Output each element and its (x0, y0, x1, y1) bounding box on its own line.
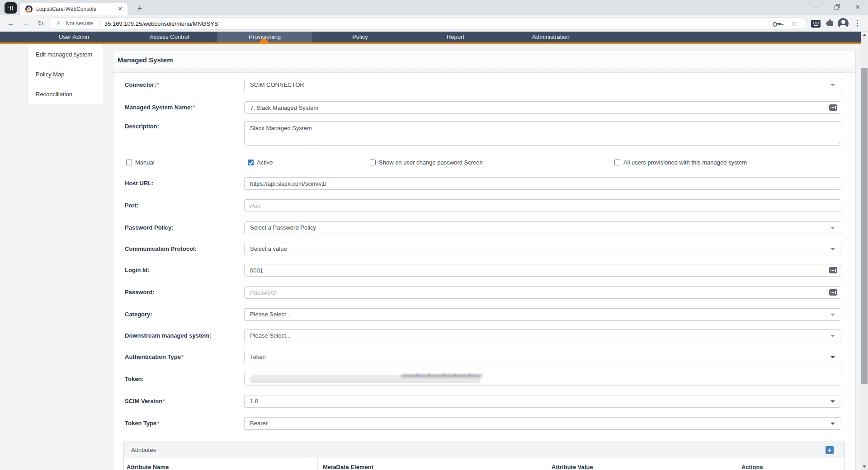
field-row-connector: Connector:* SCIM CONNECTOR (113, 79, 855, 91)
category-dropdown[interactable]: Please Select... (244, 308, 841, 321)
keyboard-input-icon[interactable] (829, 289, 837, 296)
attributes-header-bar: Attributes + (124, 442, 844, 458)
manual-checkbox[interactable] (126, 160, 132, 165)
sidebar-item-policy-map[interactable]: Policy Map (36, 70, 101, 79)
browser-window: ·)) LogistiCare-WebConsole ✕ + – × ← → ↻… (0, 0, 868, 470)
field-row-description: Description: Slack Managed System (113, 121, 855, 146)
column-attribute-name: Attribute Name (127, 464, 169, 470)
nav-item-report[interactable]: Report (408, 32, 503, 42)
security-label[interactable]: Not secure (66, 18, 93, 30)
keyboard-input-icon[interactable] (829, 267, 837, 273)
chevron-down-icon (830, 335, 835, 337)
new-tab-button[interactable]: + (134, 3, 146, 15)
communication-protocol-dropdown[interactable]: Select a value (244, 243, 841, 255)
add-attribute-button[interactable]: + (826, 446, 834, 454)
page-scrollbar[interactable] (861, 32, 868, 470)
attributes-section: Attributes + Attribute Name MetaData Ele… (123, 442, 845, 470)
field-row-port: Port: (113, 199, 855, 212)
logisticare-favicon-icon (25, 5, 33, 13)
field-row-password-policy: Password Policy: Select a Password Polic… (113, 221, 855, 234)
managed-system-name-input[interactable] (244, 101, 841, 114)
password-key-icon[interactable] (773, 22, 782, 26)
connector-label: Connector: (125, 81, 156, 88)
scrollbar-thumb[interactable] (861, 68, 868, 384)
login-id-label: Login Id: (125, 267, 150, 273)
attributes-title: Attributes (131, 442, 156, 458)
bookmark-star-icon[interactable]: ☆ (791, 18, 797, 30)
app-nav-bar: User Admin Access Control Provisioning P… (0, 32, 868, 44)
active-nav-arrow-icon (259, 38, 269, 42)
host-url-input[interactable] (244, 177, 841, 190)
nav-item-access-control[interactable]: Access Control (122, 32, 217, 42)
page-title: Managed System (118, 51, 173, 69)
redaction-specks (417, 374, 480, 376)
attributes-table-header: Attribute Name MetaData Element Attribut… (124, 458, 844, 470)
divider (99, 20, 99, 27)
column-divider (317, 458, 318, 470)
forward-icon: → (21, 18, 32, 29)
port-input[interactable] (244, 199, 841, 212)
back-icon[interactable]: ← (5, 18, 16, 29)
password-policy-dropdown[interactable]: Select a Password Policy (244, 221, 841, 234)
login-id-input[interactable] (244, 264, 841, 277)
address-bar[interactable]: ⚠ Not secure 35.169.109.25/webconsole/me… (48, 17, 807, 30)
close-button[interactable]: × (847, 0, 868, 15)
field-row-scim-version: SCIM Version* 1.0 (113, 395, 855, 408)
show-password-screen-label: Show on user change password Screen (379, 160, 483, 166)
browser-tab[interactable]: LogistiCare-WebConsole ✕ (20, 3, 127, 15)
field-row-password: Password: (113, 286, 855, 299)
field-row-token-type: Token Type* Bearer (113, 417, 855, 430)
downstream-label: Downstream managed system: (125, 332, 211, 339)
restore-button[interactable] (826, 0, 847, 15)
field-row-managed-system-name: Managed System Name:* (113, 101, 855, 114)
restore-icon (835, 5, 839, 9)
token-label: Token: (125, 376, 144, 382)
category-label: Category: (125, 311, 152, 318)
authentication-type-select[interactable]: Token (244, 351, 841, 363)
profile-avatar[interactable] (838, 18, 849, 29)
all-users-label: All users provisioned with this managed … (623, 160, 747, 166)
redacted-token-value (250, 375, 481, 383)
required-mark: * (163, 398, 165, 404)
password-input[interactable] (244, 286, 841, 299)
keyboard-input-icon[interactable] (829, 104, 837, 111)
browser-menu-icon[interactable] (856, 19, 858, 28)
description-textarea[interactable]: Slack Managed System (244, 121, 841, 146)
authentication-type-label: Authentication Type (125, 353, 181, 360)
keyboard-extension-icon[interactable] (811, 20, 821, 28)
description-label: Description: (125, 123, 159, 130)
panel-header: Managed System (113, 51, 855, 73)
sidebar-item-edit-managed-system[interactable]: Edit managed system (36, 50, 101, 59)
extensions-puzzle-icon[interactable] (827, 21, 833, 26)
scim-version-select[interactable]: 1.0 (244, 395, 841, 408)
password-label: Password: (125, 289, 155, 296)
chevron-down-icon (830, 248, 835, 250)
url-text[interactable]: 35.169.109.25/webconsole/menu/MNGSYS (104, 18, 218, 30)
required-mark: * (156, 81, 159, 88)
column-divider (546, 458, 546, 470)
connector-dropdown[interactable]: SCIM CONNECTOR (244, 79, 841, 91)
nav-item-policy[interactable]: Policy (312, 32, 408, 42)
all-users-checkbox[interactable] (614, 160, 620, 165)
warning-icon[interactable]: ⚠ (56, 18, 61, 29)
chevron-down-icon (830, 84, 835, 86)
show-password-screen-checkbox[interactable] (370, 160, 376, 165)
token-type-select[interactable]: Bearer (244, 417, 841, 430)
downstream-dropdown[interactable]: Please Select... (244, 329, 841, 342)
scroll-up-icon[interactable] (861, 32, 868, 39)
active-checkbox[interactable] (248, 160, 254, 165)
managed-system-panel: Managed System Connector:* SCIM CONNECTO… (113, 51, 856, 470)
tab-close-icon[interactable]: ✕ (117, 5, 124, 13)
tab-title: LogistiCare-WebConsole (36, 3, 96, 15)
nav-item-user-admin[interactable]: User Admin (26, 32, 122, 42)
scroll-down-icon[interactable] (861, 463, 868, 470)
communication-protocol-label: Communication Protocol: (125, 245, 197, 252)
minimize-button[interactable]: – (806, 0, 826, 15)
chevron-down-icon (830, 314, 835, 316)
checkbox-row: Manual Active Show on user change passwo… (113, 160, 855, 166)
sidebar-item-reconciliation[interactable]: Reconciliation (36, 90, 101, 99)
nav-item-administration[interactable]: Administration (503, 32, 599, 42)
field-row-token: Token: (113, 373, 855, 385)
reload-icon[interactable]: ↻ (35, 18, 46, 29)
chevron-down-icon (830, 356, 835, 358)
